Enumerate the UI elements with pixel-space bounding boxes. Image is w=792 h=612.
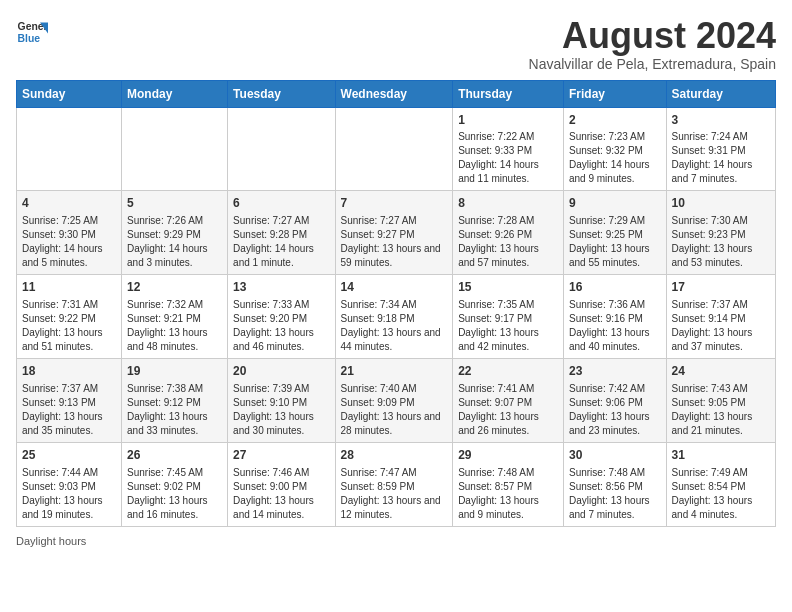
day-info: Sunrise: 7:46 AM Sunset: 9:00 PM Dayligh… [233,466,329,522]
month-title: August 2024 [529,16,776,56]
calendar-cell: 30Sunrise: 7:48 AM Sunset: 8:56 PM Dayli… [563,442,666,526]
calendar-cell [17,107,122,191]
day-info: Sunrise: 7:26 AM Sunset: 9:29 PM Dayligh… [127,214,222,270]
day-info: Sunrise: 7:24 AM Sunset: 9:31 PM Dayligh… [672,130,770,186]
col-header-monday: Monday [122,80,228,107]
day-number: 20 [233,363,329,380]
day-info: Sunrise: 7:35 AM Sunset: 9:17 PM Dayligh… [458,298,558,354]
day-info: Sunrise: 7:32 AM Sunset: 9:21 PM Dayligh… [127,298,222,354]
calendar-cell: 23Sunrise: 7:42 AM Sunset: 9:06 PM Dayli… [563,358,666,442]
day-info: Sunrise: 7:23 AM Sunset: 9:32 PM Dayligh… [569,130,661,186]
calendar-cell: 1Sunrise: 7:22 AM Sunset: 9:33 PM Daylig… [453,107,564,191]
day-info: Sunrise: 7:38 AM Sunset: 9:12 PM Dayligh… [127,382,222,438]
calendar-cell: 2Sunrise: 7:23 AM Sunset: 9:32 PM Daylig… [563,107,666,191]
day-number: 17 [672,279,770,296]
day-number: 8 [458,195,558,212]
day-info: Sunrise: 7:47 AM Sunset: 8:59 PM Dayligh… [341,466,448,522]
calendar-cell: 31Sunrise: 7:49 AM Sunset: 8:54 PM Dayli… [666,442,775,526]
calendar-cell: 22Sunrise: 7:41 AM Sunset: 9:07 PM Dayli… [453,358,564,442]
day-info: Sunrise: 7:42 AM Sunset: 9:06 PM Dayligh… [569,382,661,438]
calendar-cell: 16Sunrise: 7:36 AM Sunset: 9:16 PM Dayli… [563,275,666,359]
day-info: Sunrise: 7:40 AM Sunset: 9:09 PM Dayligh… [341,382,448,438]
calendar-cell: 11Sunrise: 7:31 AM Sunset: 9:22 PM Dayli… [17,275,122,359]
logo-icon: General Blue [16,16,48,48]
day-number: 22 [458,363,558,380]
calendar-cell: 13Sunrise: 7:33 AM Sunset: 9:20 PM Dayli… [228,275,335,359]
day-number: 26 [127,447,222,464]
calendar-cell: 3Sunrise: 7:24 AM Sunset: 9:31 PM Daylig… [666,107,775,191]
day-number: 12 [127,279,222,296]
calendar-cell: 6Sunrise: 7:27 AM Sunset: 9:28 PM Daylig… [228,191,335,275]
calendar-cell: 18Sunrise: 7:37 AM Sunset: 9:13 PM Dayli… [17,358,122,442]
week-row-4: 18Sunrise: 7:37 AM Sunset: 9:13 PM Dayli… [17,358,776,442]
day-number: 30 [569,447,661,464]
footer-note: Daylight hours [16,535,776,547]
day-number: 19 [127,363,222,380]
calendar-cell: 28Sunrise: 7:47 AM Sunset: 8:59 PM Dayli… [335,442,453,526]
day-info: Sunrise: 7:43 AM Sunset: 9:05 PM Dayligh… [672,382,770,438]
day-info: Sunrise: 7:27 AM Sunset: 9:27 PM Dayligh… [341,214,448,270]
calendar-cell: 8Sunrise: 7:28 AM Sunset: 9:26 PM Daylig… [453,191,564,275]
day-number: 28 [341,447,448,464]
calendar-cell: 26Sunrise: 7:45 AM Sunset: 9:02 PM Dayli… [122,442,228,526]
day-info: Sunrise: 7:28 AM Sunset: 9:26 PM Dayligh… [458,214,558,270]
day-number: 23 [569,363,661,380]
calendar-table: SundayMondayTuesdayWednesdayThursdayFrid… [16,80,776,527]
day-info: Sunrise: 7:31 AM Sunset: 9:22 PM Dayligh… [22,298,116,354]
location-subtitle: Navalvillar de Pela, Extremadura, Spain [529,56,776,72]
calendar-cell: 12Sunrise: 7:32 AM Sunset: 9:21 PM Dayli… [122,275,228,359]
day-number: 24 [672,363,770,380]
day-number: 2 [569,112,661,129]
day-number: 31 [672,447,770,464]
day-info: Sunrise: 7:36 AM Sunset: 9:16 PM Dayligh… [569,298,661,354]
day-info: Sunrise: 7:29 AM Sunset: 9:25 PM Dayligh… [569,214,661,270]
week-row-2: 4Sunrise: 7:25 AM Sunset: 9:30 PM Daylig… [17,191,776,275]
day-info: Sunrise: 7:34 AM Sunset: 9:18 PM Dayligh… [341,298,448,354]
day-number: 5 [127,195,222,212]
calendar-cell [122,107,228,191]
calendar-cell: 9Sunrise: 7:29 AM Sunset: 9:25 PM Daylig… [563,191,666,275]
calendar-cell: 20Sunrise: 7:39 AM Sunset: 9:10 PM Dayli… [228,358,335,442]
calendar-cell [335,107,453,191]
day-number: 6 [233,195,329,212]
week-row-5: 25Sunrise: 7:44 AM Sunset: 9:03 PM Dayli… [17,442,776,526]
calendar-cell: 25Sunrise: 7:44 AM Sunset: 9:03 PM Dayli… [17,442,122,526]
week-row-1: 1Sunrise: 7:22 AM Sunset: 9:33 PM Daylig… [17,107,776,191]
week-row-3: 11Sunrise: 7:31 AM Sunset: 9:22 PM Dayli… [17,275,776,359]
svg-text:Blue: Blue [18,33,41,44]
day-info: Sunrise: 7:48 AM Sunset: 8:56 PM Dayligh… [569,466,661,522]
calendar-cell: 24Sunrise: 7:43 AM Sunset: 9:05 PM Dayli… [666,358,775,442]
day-number: 18 [22,363,116,380]
col-header-friday: Friday [563,80,666,107]
day-info: Sunrise: 7:39 AM Sunset: 9:10 PM Dayligh… [233,382,329,438]
day-number: 25 [22,447,116,464]
calendar-cell: 4Sunrise: 7:25 AM Sunset: 9:30 PM Daylig… [17,191,122,275]
day-info: Sunrise: 7:45 AM Sunset: 9:02 PM Dayligh… [127,466,222,522]
day-info: Sunrise: 7:22 AM Sunset: 9:33 PM Dayligh… [458,130,558,186]
calendar-cell: 10Sunrise: 7:30 AM Sunset: 9:23 PM Dayli… [666,191,775,275]
col-header-tuesday: Tuesday [228,80,335,107]
day-number: 21 [341,363,448,380]
day-number: 3 [672,112,770,129]
day-number: 1 [458,112,558,129]
calendar-cell: 15Sunrise: 7:35 AM Sunset: 9:17 PM Dayli… [453,275,564,359]
day-info: Sunrise: 7:37 AM Sunset: 9:13 PM Dayligh… [22,382,116,438]
calendar-cell: 14Sunrise: 7:34 AM Sunset: 9:18 PM Dayli… [335,275,453,359]
calendar-cell: 21Sunrise: 7:40 AM Sunset: 9:09 PM Dayli… [335,358,453,442]
day-info: Sunrise: 7:41 AM Sunset: 9:07 PM Dayligh… [458,382,558,438]
day-info: Sunrise: 7:44 AM Sunset: 9:03 PM Dayligh… [22,466,116,522]
calendar-cell: 5Sunrise: 7:26 AM Sunset: 9:29 PM Daylig… [122,191,228,275]
day-info: Sunrise: 7:48 AM Sunset: 8:57 PM Dayligh… [458,466,558,522]
day-info: Sunrise: 7:49 AM Sunset: 8:54 PM Dayligh… [672,466,770,522]
day-number: 15 [458,279,558,296]
title-block: August 2024 Navalvillar de Pela, Extrema… [529,16,776,72]
day-info: Sunrise: 7:33 AM Sunset: 9:20 PM Dayligh… [233,298,329,354]
day-number: 9 [569,195,661,212]
day-number: 13 [233,279,329,296]
calendar-cell: 7Sunrise: 7:27 AM Sunset: 9:27 PM Daylig… [335,191,453,275]
day-number: 16 [569,279,661,296]
calendar-cell [228,107,335,191]
col-header-saturday: Saturday [666,80,775,107]
day-number: 11 [22,279,116,296]
logo: General Blue [16,16,48,48]
